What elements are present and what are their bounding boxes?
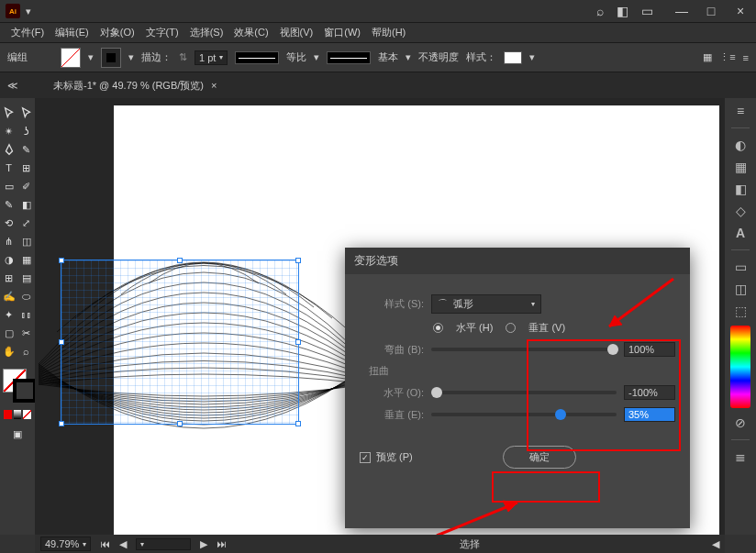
- curvature-tool[interactable]: ✎: [18, 141, 34, 158]
- selection-tool[interactable]: [1, 105, 17, 121]
- menu-view[interactable]: 视图(V): [274, 26, 319, 39]
- width-tool[interactable]: ⋔: [1, 233, 17, 249]
- distort-h-slider[interactable]: [431, 391, 617, 394]
- close-tab-button[interactable]: ×: [211, 80, 217, 91]
- gradient-tool[interactable]: ▤: [18, 270, 34, 286]
- brush-dropdown-icon[interactable]: ▾: [406, 51, 411, 63]
- horizontal-radio[interactable]: [433, 323, 443, 333]
- artboard-select[interactable]: [136, 538, 191, 550]
- artboard-nav-prev-icon[interactable]: ◀: [119, 538, 127, 550]
- selection-handle-mr[interactable]: [295, 339, 301, 345]
- scroll-left-icon[interactable]: ◀: [712, 538, 719, 550]
- perspective-tool[interactable]: ▦: [18, 251, 34, 268]
- minimize-button[interactable]: —: [672, 4, 692, 18]
- menu-help[interactable]: 帮助(H): [366, 26, 411, 39]
- workspace-icon[interactable]: ◧: [617, 4, 628, 18]
- align-panel-icon[interactable]: ▭: [735, 260, 747, 274]
- symbol-sprayer-tool[interactable]: ✦: [1, 306, 17, 323]
- align-icon[interactable]: ▦: [703, 51, 712, 63]
- shaper-tool[interactable]: ✎: [1, 196, 17, 213]
- arrange-icon[interactable]: ▭: [641, 4, 653, 18]
- hand-tool[interactable]: ✋: [1, 343, 17, 359]
- artboard-nav-last-icon[interactable]: ⏭: [217, 538, 227, 549]
- free-transform-tool[interactable]: ◫: [18, 233, 34, 249]
- warp-options-dialog[interactable]: 变形选项 样式 (S): ⌒ 弧形 水平 (H) 垂直 (V) 弯曲 (B): …: [345, 248, 690, 528]
- stroke-weight-input[interactable]: 1 pt: [195, 50, 228, 65]
- stroke-panel-icon[interactable]: A: [736, 226, 745, 240]
- menu-window[interactable]: 窗口(W): [318, 26, 366, 39]
- scale-tool[interactable]: ⤢: [18, 215, 34, 231]
- ok-button[interactable]: 确定: [503, 446, 576, 469]
- lasso-tool[interactable]: ʖ: [18, 123, 34, 139]
- menu-select[interactable]: 选择(S): [184, 26, 229, 39]
- rotate-tool[interactable]: ⟲: [1, 215, 17, 231]
- zoom-level[interactable]: 49.79%: [40, 536, 91, 551]
- swatch-red[interactable]: [4, 410, 12, 419]
- distribute-icon[interactable]: ⋮≡: [719, 51, 735, 63]
- vertical-radio[interactable]: [506, 323, 516, 333]
- bend-value[interactable]: 100%: [624, 342, 675, 357]
- fill-stroke-indicator[interactable]: [0, 366, 35, 406]
- artboard-nav-first-icon[interactable]: ⏮: [100, 538, 110, 549]
- color-panel-icon[interactable]: ◐: [735, 138, 746, 152]
- doc-collapse-icon[interactable]: ≪: [7, 80, 18, 92]
- chevron-down-icon[interactable]: ▾: [26, 6, 31, 17]
- selection-handle-br[interactable]: [295, 421, 301, 426]
- slice-tool[interactable]: ✂: [18, 325, 34, 341]
- direct-selection-tool[interactable]: [18, 105, 34, 121]
- pathfinder-panel-icon[interactable]: ◫: [735, 282, 747, 296]
- selection-bounding-box[interactable]: [61, 260, 299, 425]
- preview-checkbox[interactable]: [360, 452, 371, 463]
- swatch-none[interactable]: [23, 410, 31, 419]
- selection-handle-ml[interactable]: [59, 339, 64, 345]
- selection-handle-tm[interactable]: [177, 258, 183, 263]
- zoom-tool[interactable]: ⌕: [18, 343, 34, 359]
- layers-panel-icon[interactable]: ≣: [735, 449, 746, 464]
- rectangle-tool[interactable]: ▭: [1, 178, 17, 194]
- menu-type[interactable]: 文字(T): [140, 26, 184, 39]
- menu-file[interactable]: 文件(F): [6, 26, 50, 39]
- stroke-indicator[interactable]: [13, 379, 37, 403]
- stroke-stepper[interactable]: ⇅: [179, 51, 187, 63]
- artboard-tool[interactable]: ▢: [1, 325, 17, 341]
- blend-tool[interactable]: ⬭: [18, 288, 34, 304]
- fill-swatch[interactable]: [61, 48, 81, 68]
- swatch-gradient[interactable]: [14, 410, 22, 419]
- type-tool[interactable]: T: [1, 160, 17, 176]
- bend-slider[interactable]: [431, 348, 617, 351]
- swatches-panel-icon[interactable]: ▦: [735, 160, 747, 174]
- close-button[interactable]: ×: [730, 4, 750, 18]
- menu-edit[interactable]: 编辑(E): [50, 26, 94, 39]
- mesh-tool[interactable]: ⊞: [1, 270, 17, 286]
- symbols-panel-icon[interactable]: ◇: [736, 204, 746, 218]
- selection-handle-bm[interactable]: [177, 421, 183, 426]
- line-tool[interactable]: ⊞: [18, 160, 34, 176]
- uniform-dropdown-icon[interactable]: ▾: [314, 51, 319, 63]
- style-select[interactable]: ⌒ 弧形: [431, 294, 541, 314]
- brushes-panel-icon[interactable]: ◧: [735, 182, 747, 196]
- menu-effect[interactable]: 效果(C): [228, 26, 273, 39]
- distort-v-slider[interactable]: [431, 413, 617, 416]
- eyedropper-tool[interactable]: ✍: [1, 288, 17, 304]
- selection-handle-tl[interactable]: [59, 258, 64, 263]
- screen-mode-icon[interactable]: ▣: [9, 426, 26, 442]
- distort-h-value[interactable]: -100%: [624, 385, 675, 400]
- stroke-dropdown-icon[interactable]: ▾: [128, 51, 134, 63]
- column-graph-tool[interactable]: ⫾⫾: [18, 306, 34, 323]
- paintbrush-tool[interactable]: ✐: [18, 178, 34, 194]
- color-none-icon[interactable]: ⊘: [735, 415, 746, 430]
- menu-object[interactable]: 对象(O): [94, 26, 140, 39]
- pen-tool[interactable]: [1, 141, 17, 158]
- list-icon[interactable]: ≡: [743, 52, 749, 63]
- style-swatch[interactable]: [504, 51, 522, 64]
- eraser-tool[interactable]: ◧: [18, 196, 34, 213]
- magic-wand-tool[interactable]: ✴: [1, 123, 17, 139]
- stroke-swatch[interactable]: [101, 48, 121, 68]
- style-dropdown-icon[interactable]: ▾: [529, 51, 535, 63]
- document-tab[interactable]: 未标题-1* @ 49.79 % (RGB/预览) ×: [46, 75, 224, 96]
- brush-preview[interactable]: [327, 51, 371, 64]
- artboard-nav-next-icon[interactable]: ▶: [200, 538, 207, 550]
- distort-v-value[interactable]: 35%: [624, 407, 675, 422]
- shape-builder-tool[interactable]: ◑: [1, 251, 17, 268]
- selection-handle-bl[interactable]: [59, 421, 64, 426]
